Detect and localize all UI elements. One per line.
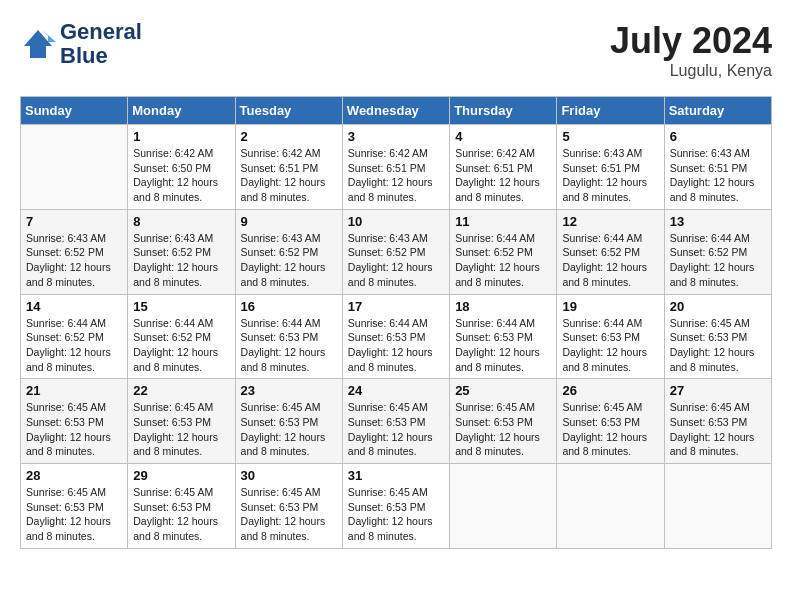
calendar-day-cell: 17Sunrise: 6:44 AMSunset: 6:53 PMDayligh…	[342, 294, 449, 379]
calendar-week-row: 14Sunrise: 6:44 AMSunset: 6:52 PMDayligh…	[21, 294, 772, 379]
day-info: Sunrise: 6:44 AMSunset: 6:52 PMDaylight:…	[670, 231, 766, 290]
calendar-day-cell: 5Sunrise: 6:43 AMSunset: 6:51 PMDaylight…	[557, 125, 664, 210]
calendar-day-cell	[557, 464, 664, 549]
calendar-day-cell: 7Sunrise: 6:43 AMSunset: 6:52 PMDaylight…	[21, 209, 128, 294]
day-number: 16	[241, 299, 337, 314]
calendar-week-row: 28Sunrise: 6:45 AMSunset: 6:53 PMDayligh…	[21, 464, 772, 549]
day-info: Sunrise: 6:45 AMSunset: 6:53 PMDaylight:…	[562, 400, 658, 459]
day-info: Sunrise: 6:43 AMSunset: 6:52 PMDaylight:…	[348, 231, 444, 290]
day-number: 26	[562, 383, 658, 398]
day-number: 15	[133, 299, 229, 314]
title-block: July 2024 Lugulu, Kenya	[610, 20, 772, 80]
day-info: Sunrise: 6:45 AMSunset: 6:53 PMDaylight:…	[455, 400, 551, 459]
weekday-header-cell: Sunday	[21, 97, 128, 125]
day-number: 31	[348, 468, 444, 483]
day-info: Sunrise: 6:45 AMSunset: 6:53 PMDaylight:…	[348, 400, 444, 459]
calendar-day-cell: 1Sunrise: 6:42 AMSunset: 6:50 PMDaylight…	[128, 125, 235, 210]
day-info: Sunrise: 6:44 AMSunset: 6:52 PMDaylight:…	[133, 316, 229, 375]
day-number: 28	[26, 468, 122, 483]
day-number: 14	[26, 299, 122, 314]
day-number: 12	[562, 214, 658, 229]
day-info: Sunrise: 6:42 AMSunset: 6:51 PMDaylight:…	[455, 146, 551, 205]
day-info: Sunrise: 6:45 AMSunset: 6:53 PMDaylight:…	[241, 485, 337, 544]
day-info: Sunrise: 6:45 AMSunset: 6:53 PMDaylight:…	[670, 316, 766, 375]
day-number: 1	[133, 129, 229, 144]
day-info: Sunrise: 6:43 AMSunset: 6:52 PMDaylight:…	[133, 231, 229, 290]
calendar-day-cell: 4Sunrise: 6:42 AMSunset: 6:51 PMDaylight…	[450, 125, 557, 210]
day-info: Sunrise: 6:43 AMSunset: 6:52 PMDaylight:…	[241, 231, 337, 290]
calendar-day-cell: 28Sunrise: 6:45 AMSunset: 6:53 PMDayligh…	[21, 464, 128, 549]
calendar-week-row: 7Sunrise: 6:43 AMSunset: 6:52 PMDaylight…	[21, 209, 772, 294]
calendar-day-cell: 22Sunrise: 6:45 AMSunset: 6:53 PMDayligh…	[128, 379, 235, 464]
day-info: Sunrise: 6:44 AMSunset: 6:53 PMDaylight:…	[241, 316, 337, 375]
day-number: 21	[26, 383, 122, 398]
calendar-day-cell: 18Sunrise: 6:44 AMSunset: 6:53 PMDayligh…	[450, 294, 557, 379]
calendar-day-cell: 29Sunrise: 6:45 AMSunset: 6:53 PMDayligh…	[128, 464, 235, 549]
day-info: Sunrise: 6:44 AMSunset: 6:53 PMDaylight:…	[348, 316, 444, 375]
day-info: Sunrise: 6:45 AMSunset: 6:53 PMDaylight:…	[133, 400, 229, 459]
calendar-day-cell: 12Sunrise: 6:44 AMSunset: 6:52 PMDayligh…	[557, 209, 664, 294]
calendar-day-cell: 2Sunrise: 6:42 AMSunset: 6:51 PMDaylight…	[235, 125, 342, 210]
calendar-day-cell: 11Sunrise: 6:44 AMSunset: 6:52 PMDayligh…	[450, 209, 557, 294]
day-number: 22	[133, 383, 229, 398]
calendar-day-cell: 15Sunrise: 6:44 AMSunset: 6:52 PMDayligh…	[128, 294, 235, 379]
day-info: Sunrise: 6:45 AMSunset: 6:53 PMDaylight:…	[133, 485, 229, 544]
day-number: 17	[348, 299, 444, 314]
calendar-day-cell: 16Sunrise: 6:44 AMSunset: 6:53 PMDayligh…	[235, 294, 342, 379]
logo: General Blue	[20, 20, 142, 68]
day-info: Sunrise: 6:43 AMSunset: 6:51 PMDaylight:…	[670, 146, 766, 205]
calendar-day-cell: 31Sunrise: 6:45 AMSunset: 6:53 PMDayligh…	[342, 464, 449, 549]
weekday-header-cell: Monday	[128, 97, 235, 125]
logo-text: General Blue	[60, 20, 142, 68]
weekday-header-cell: Wednesday	[342, 97, 449, 125]
day-number: 13	[670, 214, 766, 229]
calendar-body: 1Sunrise: 6:42 AMSunset: 6:50 PMDaylight…	[21, 125, 772, 549]
calendar-table: SundayMondayTuesdayWednesdayThursdayFrid…	[20, 96, 772, 549]
day-info: Sunrise: 6:43 AMSunset: 6:52 PMDaylight:…	[26, 231, 122, 290]
weekday-header-cell: Friday	[557, 97, 664, 125]
day-info: Sunrise: 6:43 AMSunset: 6:51 PMDaylight:…	[562, 146, 658, 205]
day-number: 27	[670, 383, 766, 398]
day-info: Sunrise: 6:42 AMSunset: 6:51 PMDaylight:…	[241, 146, 337, 205]
day-info: Sunrise: 6:45 AMSunset: 6:53 PMDaylight:…	[348, 485, 444, 544]
day-number: 11	[455, 214, 551, 229]
day-number: 2	[241, 129, 337, 144]
day-info: Sunrise: 6:44 AMSunset: 6:52 PMDaylight:…	[455, 231, 551, 290]
calendar-day-cell: 13Sunrise: 6:44 AMSunset: 6:52 PMDayligh…	[664, 209, 771, 294]
day-info: Sunrise: 6:45 AMSunset: 6:53 PMDaylight:…	[26, 485, 122, 544]
day-number: 20	[670, 299, 766, 314]
day-info: Sunrise: 6:42 AMSunset: 6:50 PMDaylight:…	[133, 146, 229, 205]
calendar-day-cell	[450, 464, 557, 549]
calendar-day-cell: 8Sunrise: 6:43 AMSunset: 6:52 PMDaylight…	[128, 209, 235, 294]
weekday-header-cell: Saturday	[664, 97, 771, 125]
day-number: 6	[670, 129, 766, 144]
calendar-day-cell: 23Sunrise: 6:45 AMSunset: 6:53 PMDayligh…	[235, 379, 342, 464]
svg-marker-0	[24, 30, 52, 58]
calendar-week-row: 1Sunrise: 6:42 AMSunset: 6:50 PMDaylight…	[21, 125, 772, 210]
day-number: 18	[455, 299, 551, 314]
logo-icon	[20, 26, 56, 62]
day-number: 24	[348, 383, 444, 398]
calendar-day-cell: 3Sunrise: 6:42 AMSunset: 6:51 PMDaylight…	[342, 125, 449, 210]
weekday-header-row: SundayMondayTuesdayWednesdayThursdayFrid…	[21, 97, 772, 125]
day-info: Sunrise: 6:42 AMSunset: 6:51 PMDaylight:…	[348, 146, 444, 205]
day-info: Sunrise: 6:45 AMSunset: 6:53 PMDaylight:…	[670, 400, 766, 459]
calendar-day-cell: 25Sunrise: 6:45 AMSunset: 6:53 PMDayligh…	[450, 379, 557, 464]
day-number: 8	[133, 214, 229, 229]
weekday-header-cell: Tuesday	[235, 97, 342, 125]
day-number: 3	[348, 129, 444, 144]
day-number: 10	[348, 214, 444, 229]
day-number: 4	[455, 129, 551, 144]
weekday-header-cell: Thursday	[450, 97, 557, 125]
day-number: 23	[241, 383, 337, 398]
calendar-day-cell: 24Sunrise: 6:45 AMSunset: 6:53 PMDayligh…	[342, 379, 449, 464]
month-year: July 2024	[610, 20, 772, 62]
calendar-day-cell: 21Sunrise: 6:45 AMSunset: 6:53 PMDayligh…	[21, 379, 128, 464]
day-info: Sunrise: 6:45 AMSunset: 6:53 PMDaylight:…	[26, 400, 122, 459]
day-number: 30	[241, 468, 337, 483]
location: Lugulu, Kenya	[610, 62, 772, 80]
day-info: Sunrise: 6:44 AMSunset: 6:52 PMDaylight:…	[562, 231, 658, 290]
day-number: 5	[562, 129, 658, 144]
calendar-day-cell: 9Sunrise: 6:43 AMSunset: 6:52 PMDaylight…	[235, 209, 342, 294]
day-number: 25	[455, 383, 551, 398]
